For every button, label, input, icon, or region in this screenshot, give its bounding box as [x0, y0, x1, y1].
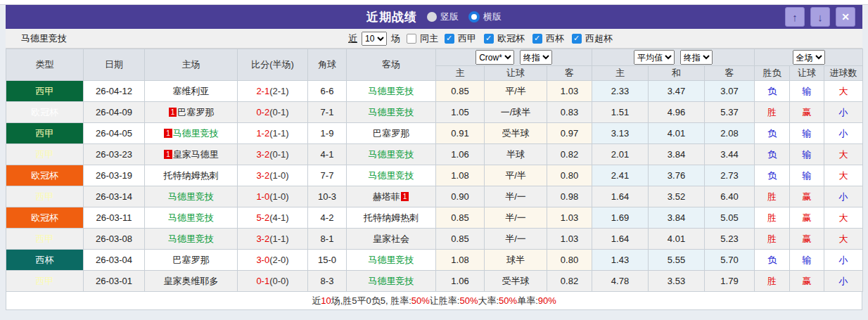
- red-card-badge: 1: [164, 129, 172, 138]
- home-team: 马德里竞技: [145, 186, 238, 207]
- away-team: 皇家社会: [347, 229, 436, 250]
- avg-odds-cell: 2.33: [592, 81, 649, 102]
- close-button[interactable]: ✕: [836, 7, 855, 27]
- corners-cell: 10-3: [308, 186, 347, 207]
- avg-odds-cell: 1.64: [592, 229, 649, 250]
- summary-segment: 场,胜5平0负5, 胜率:: [331, 295, 411, 307]
- subheader-avg-home: 主: [592, 66, 649, 81]
- league-badge: 欧冠杯: [6, 207, 84, 229]
- fulltime-score: 1-2: [256, 128, 269, 139]
- corners-cell: 8-1: [308, 229, 347, 250]
- odds-cell: 0.85: [436, 229, 485, 250]
- away-team: 马德里竞技: [347, 165, 436, 186]
- league-badge: 西甲: [6, 229, 84, 250]
- result-cell: 负: [755, 123, 790, 144]
- score-cell: 1-0(1-0): [238, 186, 308, 207]
- result-cell: 大: [824, 165, 863, 186]
- avg-select[interactable]: 平均值: [634, 50, 675, 65]
- odds-cell: 1.03: [547, 207, 592, 229]
- odds-cell: 1.08: [436, 165, 485, 186]
- league-checkbox-supercopa[interactable]: [572, 34, 582, 44]
- summary-segment: 50%: [459, 295, 478, 306]
- league-checkbox-copa[interactable]: [532, 34, 542, 44]
- home-team: 1皇家马德里: [145, 144, 238, 165]
- radio-unchecked-icon: [427, 12, 437, 22]
- result-cell: 输: [790, 123, 824, 144]
- header-score: 比分(半场): [238, 49, 308, 81]
- league-checkbox-ucl[interactable]: [484, 34, 494, 44]
- avg-odds-cell: 6.40: [705, 186, 755, 207]
- score-cell: 2-1(2-1): [238, 81, 308, 102]
- match-date: 26-03-11: [84, 207, 145, 229]
- league-badge: 西甲: [6, 186, 84, 207]
- avg-odds-cell: 3.84: [649, 207, 705, 229]
- odds-cell: 1.05: [436, 102, 485, 123]
- move-down-button[interactable]: ↓: [810, 7, 830, 27]
- layout-radio-vertical[interactable]: 竖版: [427, 11, 459, 23]
- avg-odds-cell: 4.96: [649, 102, 705, 123]
- result-cell: 胜: [755, 186, 790, 207]
- league-label-liga: 西甲: [458, 32, 476, 45]
- recent-count-select[interactable]: 10: [362, 32, 387, 46]
- away-team-name: 皇家社会: [373, 233, 409, 244]
- away-team-name: 马德里竞技: [369, 170, 414, 181]
- corners-cell: 15-0: [308, 250, 347, 271]
- result-cell: 胜: [755, 229, 790, 250]
- match-date: 26-04-12: [84, 81, 145, 102]
- red-card-badge: 1: [164, 150, 172, 159]
- odds-stage-select[interactable]: 终指: [520, 50, 552, 65]
- odds-cell: 半/一: [485, 186, 547, 207]
- match-row: 西甲26-04-051马德里竞技1-2(1-1)1-9巴塞罗那0.91受半球0.…: [6, 123, 863, 144]
- avg-odds-cell: 1.79: [705, 271, 755, 292]
- layout-radio-horizontal[interactable]: 横版: [468, 11, 502, 23]
- fulltime-score: 3-2: [256, 233, 269, 244]
- avg-odds-cell: 4.78: [592, 271, 649, 292]
- subheader-odds-home: 主: [436, 66, 485, 81]
- away-team: 巴塞罗那: [347, 123, 436, 144]
- avg-stage-select[interactable]: 终指: [680, 50, 713, 65]
- avg-odds-cell: 3.47: [649, 81, 705, 102]
- fulltime-score: 0-2: [256, 107, 269, 117]
- halftime-score: (1-1): [269, 128, 288, 139]
- same-home-checkbox[interactable]: [407, 34, 416, 44]
- away-team: 马德里竞技: [347, 144, 436, 165]
- odds-cell: 0.98: [547, 186, 592, 207]
- match-date: 26-04-09: [84, 102, 145, 123]
- header-away: 客场: [347, 49, 436, 81]
- scope-select[interactable]: 全场: [793, 50, 825, 65]
- avg-odds-cell: 1.64: [592, 186, 649, 207]
- bookmaker-select[interactable]: Crow*: [476, 50, 514, 65]
- avg-odds-cell: 1.51: [592, 102, 649, 123]
- home-team: 托特纳姆热刺: [145, 165, 238, 186]
- move-up-button[interactable]: ↑: [785, 7, 805, 27]
- score-cell: 0-2(0-1): [238, 102, 308, 123]
- home-team-name: 马德里竞技: [168, 191, 214, 202]
- result-cell: 输: [790, 165, 824, 186]
- league-checkbox-liga[interactable]: [445, 34, 454, 44]
- subheader-avg-away: 客: [705, 66, 755, 81]
- result-cell: 负: [755, 144, 790, 165]
- result-cell: 赢: [790, 186, 824, 207]
- header-date: 日期: [84, 49, 145, 81]
- avg-odds-cell: 1.69: [592, 207, 649, 229]
- fulltime-score: 3-2: [256, 170, 269, 181]
- match-row: 欧冠杯26-03-11马德里竞技5-2(4-1)4-2托特纳姆热刺0.85半/一…: [6, 207, 863, 229]
- corners-cell: 7-1: [308, 102, 347, 123]
- summary-segment: 让胜率:: [430, 295, 460, 307]
- away-team-name: 马德里竞技: [369, 255, 414, 265]
- match-row: 西甲26-03-14马德里竞技1-0(1-0)10-3赫塔菲10.90半/一0.…: [6, 186, 863, 207]
- avg-odds-cell: 1.43: [592, 250, 649, 271]
- result-cell: 输: [790, 250, 824, 271]
- corners-cell: 1-9: [308, 123, 347, 144]
- away-team: 马德里竞技: [347, 81, 436, 102]
- fulltime-score: 2-1: [256, 86, 269, 96]
- recent-label-link[interactable]: 近: [348, 32, 357, 45]
- home-team-name: 巴塞罗那: [173, 255, 210, 265]
- result-cell: 输: [790, 81, 824, 102]
- match-row: 西甲26-03-01皇家奥维耶多0-1(0-0)8-3马德里竞技1.06受半球0…: [6, 271, 863, 292]
- result-cell: 输: [790, 144, 824, 165]
- odds-cell: 1.06: [436, 144, 485, 165]
- result-cell: 大: [824, 144, 863, 165]
- home-team-name: 托特纳姆热刺: [164, 170, 219, 181]
- score-cell: 3-0(2-0): [238, 250, 308, 271]
